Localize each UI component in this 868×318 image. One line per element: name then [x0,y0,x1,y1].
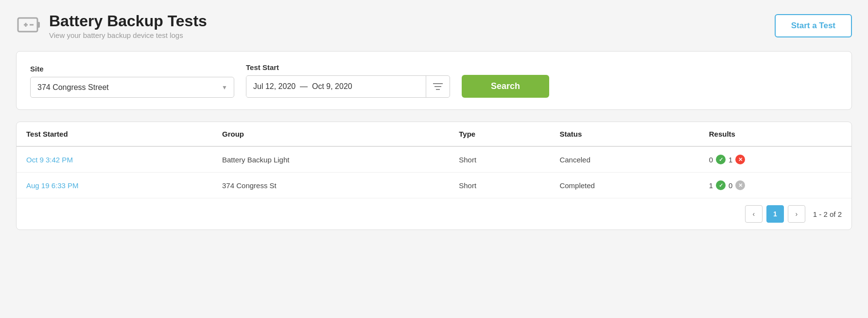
svg-rect-1 [37,22,40,28]
prev-page-button[interactable]: ‹ [745,205,763,223]
page-container: Battery Backup Tests View your battery b… [16,12,852,230]
table-card: Test Started Group Type Status Results O… [16,122,852,230]
type-cell: Short [449,146,550,173]
site-select[interactable]: 374 Congress Street [30,77,234,98]
test-started-link[interactable]: Aug 19 6:33 PM [17,173,212,198]
date-filter-group: Test Start [246,63,450,98]
results-cell: 0 ✓ 1 ✕ [699,146,851,173]
pagination-cell: ‹ 1 › 1 - 2 of 2 [17,198,851,230]
header-left: Battery Backup Tests View your battery b… [16,12,207,39]
date-range-wrapper [246,75,450,98]
table-header-row: Test Started Group Type Status Results [17,122,851,146]
status-cell: Completed [550,173,699,198]
col-results: Results [699,122,851,146]
page-info: 1 - 2 of 2 [813,210,842,218]
page-subtitle: View your battery backup device test log… [49,31,207,39]
group-cell: 374 Congress St [212,173,449,198]
next-page-button[interactable]: › [788,205,805,223]
result-count-0: 0 [709,156,713,164]
pass-badge-icon: ✓ [716,155,726,164]
page-header: Battery Backup Tests View your battery b… [16,12,852,39]
neutral-badge-icon: ✕ [735,180,745,190]
col-status: Status [550,122,699,146]
page-1-button[interactable]: 1 [766,205,784,223]
site-filter-group: Site 374 Congress Street ▼ [30,65,234,98]
col-group: Group [212,122,449,146]
pass-badge-icon: ✓ [716,180,726,190]
filter-card: Site 374 Congress Street ▼ Test Start [16,51,852,110]
fail-badge-icon: ✕ [735,155,745,164]
filter-lines-icon[interactable] [426,83,450,90]
result-count-1: 0 [729,181,732,190]
table-row: Oct 9 3:42 PM Battery Backup Light Short… [17,146,851,173]
site-label: Site [30,65,234,73]
result-count-0: 1 [709,181,713,190]
col-test-started: Test Started [17,122,212,146]
col-type: Type [449,122,550,146]
search-button[interactable]: Search [462,75,549,98]
results-table: Test Started Group Type Status Results O… [17,122,851,230]
battery-icon [16,12,41,39]
test-start-label: Test Start [246,63,450,71]
date-range-input[interactable] [246,76,426,97]
status-cell: Canceled [550,146,699,173]
site-select-wrapper: 374 Congress Street ▼ [30,77,234,98]
group-cell: Battery Backup Light [212,146,449,173]
header-text: Battery Backup Tests View your battery b… [49,12,207,39]
pagination-row: ‹ 1 › 1 - 2 of 2 [17,198,851,230]
start-test-button[interactable]: Start a Test [775,14,852,37]
type-cell: Short [449,173,550,198]
page-title: Battery Backup Tests [49,12,207,30]
test-started-link[interactable]: Oct 9 3:42 PM [17,146,212,173]
table-row: Aug 19 6:33 PM 374 Congress St Short Com… [17,173,851,198]
result-count-1: 1 [729,156,732,164]
results-cell: 1 ✓ 0 ✕ [699,173,851,198]
pagination-container: ‹ 1 › 1 - 2 of 2 [26,205,842,223]
